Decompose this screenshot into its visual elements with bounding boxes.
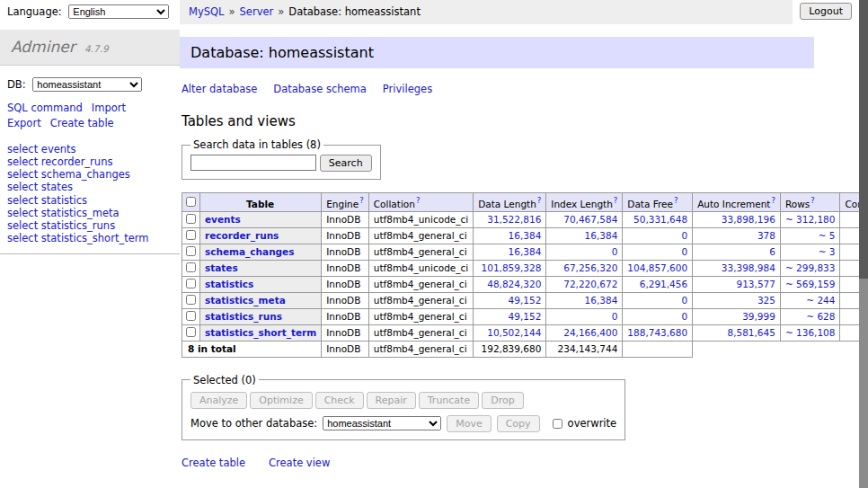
row-select-checkbox[interactable] — [186, 262, 196, 272]
table-name-link[interactable]: statistics_meta — [205, 295, 286, 306]
data-length-link[interactable]: 16,384 — [509, 246, 542, 257]
db-nav-link[interactable]: Database schema — [273, 83, 366, 95]
data-length-link[interactable]: 48,824,320 — [487, 279, 541, 289]
sidebar-table-link[interactable]: select statistics_meta — [7, 207, 173, 219]
bulk-action-button[interactable]: Drop — [482, 392, 523, 409]
rows-count-link[interactable]: ~ 569,159 — [785, 279, 836, 289]
auto-increment-link[interactable]: 913,577 — [737, 279, 775, 289]
column-help-link[interactable]: ? — [771, 196, 775, 205]
auto-increment-link[interactable]: 325 — [757, 295, 775, 306]
data-length-link[interactable]: 49,152 — [509, 311, 542, 322]
auto-increment-link[interactable]: 6 — [769, 246, 775, 257]
select-all-checkbox[interactable] — [186, 197, 196, 207]
sidebar-table-link[interactable]: select schema_changes — [7, 169, 173, 182]
table-name-link[interactable]: statistics_runs — [205, 311, 282, 322]
index-length-link[interactable]: 24,166,400 — [563, 327, 617, 338]
data-free-link[interactable]: 6,291,456 — [640, 279, 687, 289]
rows-count-link[interactable]: ~ 299,833 — [785, 262, 836, 273]
row-select-checkbox[interactable] — [186, 327, 196, 337]
move-button[interactable]: Move — [447, 415, 492, 432]
table-name-link[interactable]: states — [205, 262, 238, 273]
data-length-link[interactable]: 10,502,144 — [487, 327, 541, 338]
language-select[interactable]: English — [68, 4, 169, 19]
bulk-action-button[interactable]: Repair — [367, 392, 416, 409]
rows-count-link[interactable]: ~ 628 — [806, 311, 835, 322]
db-nav-link[interactable]: Privileges — [383, 83, 432, 95]
auto-increment-link[interactable]: 8,581,645 — [727, 327, 775, 338]
table-name-link[interactable]: statistics_short_term — [205, 327, 316, 338]
row-select-checkbox[interactable] — [186, 230, 196, 240]
data-free-link[interactable]: 0 — [681, 246, 687, 257]
data-free-link[interactable]: 50,331,648 — [633, 214, 687, 225]
rows-count-link[interactable]: ~ 5 — [819, 230, 836, 241]
data-length-link[interactable]: 16,384 — [509, 230, 542, 241]
copy-button[interactable]: Copy — [497, 415, 540, 432]
sidebar-table-link[interactable]: select recorder_runs — [7, 156, 173, 169]
bulk-action-button[interactable]: Optimize — [250, 392, 312, 409]
auto-increment-link[interactable]: 33,398,984 — [722, 262, 775, 273]
logout-button[interactable]: Logout — [800, 3, 852, 20]
db-nav-link[interactable]: Alter database — [182, 83, 257, 95]
scrollbar[interactable] — [859, 0, 868, 488]
column-help-link[interactable]: ? — [810, 196, 815, 205]
index-length-link[interactable]: 0 — [612, 311, 618, 322]
row-select-checkbox[interactable] — [186, 279, 196, 288]
sidebar-table-link[interactable]: select states — [7, 182, 173, 194]
rows-count-link[interactable]: ~ 3 — [819, 246, 836, 257]
data-free-link[interactable]: 0 — [681, 295, 687, 306]
row-select-checkbox[interactable] — [186, 311, 196, 321]
index-length-link[interactable]: 16,384 — [585, 230, 618, 241]
search-input[interactable] — [190, 155, 316, 171]
overwrite-checkbox[interactable] — [553, 419, 562, 429]
breadcrumb-link[interactable]: Server — [240, 5, 274, 18]
data-free-link[interactable]: 0 — [681, 230, 687, 241]
sidebar-table-link[interactable]: select statistics_short_term — [7, 233, 173, 245]
sidebar-table-link[interactable]: select statistics_runs — [7, 219, 173, 232]
row-select-checkbox[interactable] — [186, 246, 196, 256]
data-free-link[interactable]: 104,857,600 — [627, 262, 687, 273]
rows-count-link[interactable]: ~ 136,108 — [785, 327, 836, 338]
index-length-link[interactable]: 67,256,320 — [563, 262, 617, 273]
breadcrumb-link[interactable]: MySQL — [189, 5, 225, 18]
rows-count-link[interactable]: ~ 312,180 — [785, 214, 836, 225]
data-free-link[interactable]: 0 — [681, 311, 687, 322]
auto-increment-link[interactable]: 378 — [757, 230, 775, 241]
column-help-link[interactable]: ? — [674, 196, 678, 205]
sidebar-table-link[interactable]: select events — [7, 143, 173, 155]
auto-increment-link[interactable]: 33,898,196 — [722, 214, 775, 225]
bulk-action-button[interactable]: Analyze — [190, 392, 247, 409]
search-button[interactable]: Search — [320, 155, 372, 172]
create-link[interactable]: Create table — [182, 457, 245, 469]
scrollbar-thumb[interactable] — [859, 0, 868, 279]
sidebar-table-link[interactable]: select statistics — [7, 194, 173, 207]
bulk-action-button[interactable]: Check — [315, 392, 364, 409]
column-help-link[interactable]: ? — [537, 196, 542, 205]
create-link[interactable]: Create view — [269, 457, 330, 469]
index-length-link[interactable]: 70,467,584 — [563, 214, 617, 225]
sidebar-action-link[interactable]: SQL command — [7, 101, 83, 116]
index-length-link[interactable]: 72,220,672 — [563, 279, 617, 289]
sidebar-action-link[interactable]: Import — [92, 101, 126, 116]
table-name-link[interactable]: schema_changes — [205, 246, 295, 257]
data-length-link[interactable]: 101,859,328 — [482, 262, 542, 273]
column-help-link[interactable]: ? — [614, 196, 618, 205]
row-select-checkbox[interactable] — [186, 214, 196, 224]
index-length-link[interactable]: 0 — [612, 246, 618, 257]
auto-increment-link[interactable]: 39,999 — [742, 311, 775, 322]
sidebar-action-link[interactable]: Export — [7, 116, 41, 131]
column-help-link[interactable]: ? — [416, 196, 421, 205]
sidebar-action-link[interactable]: Create table — [50, 116, 114, 131]
bulk-action-button[interactable]: Truncate — [419, 392, 479, 409]
table-name-link[interactable]: events — [205, 214, 241, 225]
row-select-checkbox[interactable] — [186, 295, 196, 305]
db-select[interactable]: homeassistant — [32, 77, 142, 92]
data-length-link[interactable]: 31,522,816 — [487, 214, 541, 225]
move-db-select[interactable]: homeassistant — [323, 416, 441, 430]
column-help-link[interactable]: ? — [359, 196, 364, 205]
table-name-link[interactable]: statistics — [205, 279, 253, 289]
rows-count-link[interactable]: ~ 244 — [806, 295, 835, 306]
data-length-link[interactable]: 49,152 — [509, 295, 542, 306]
data-free-link[interactable]: 188,743,680 — [627, 327, 687, 338]
table-name-link[interactable]: recorder_runs — [205, 230, 279, 241]
index-length-link[interactable]: 16,384 — [585, 295, 618, 306]
